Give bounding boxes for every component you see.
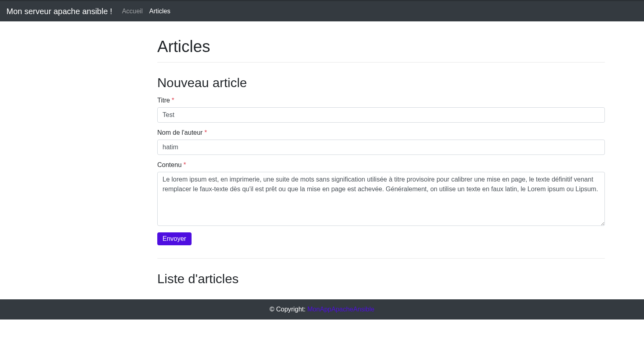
footer-copyright: © Copyright:	[270, 306, 308, 313]
navbar-brand: Mon serveur apache ansible !	[6, 5, 112, 18]
submit-button[interactable]: Envoyer	[157, 232, 192, 245]
label-titre: Titre *	[157, 97, 605, 104]
input-auteur[interactable]	[157, 140, 605, 155]
main-container: Articles Nouveau article Titre * Nom de …	[151, 38, 611, 286]
label-contenu: Contenu *	[157, 161, 605, 169]
nav-link-accueil[interactable]: Accueil	[119, 4, 146, 18]
label-auteur-text: Nom de l'auteur	[157, 129, 202, 136]
label-contenu-text: Contenu	[157, 161, 182, 168]
divider	[157, 62, 605, 63]
input-titre[interactable]	[157, 107, 605, 123]
navbar: Mon serveur apache ansible ! Accueil Art…	[0, 0, 644, 21]
page-title: Articles	[157, 38, 605, 56]
form-group-auteur: Nom de l'auteur *	[157, 129, 605, 155]
divider	[157, 258, 605, 259]
nav-link-articles[interactable]: Articles	[146, 4, 173, 18]
form-group-contenu: Contenu * Le lorem ipsum est, en imprime…	[157, 161, 605, 226]
footer: © Copyright: MonAppApacheAnsible	[0, 299, 644, 320]
required-mark: *	[172, 97, 174, 104]
footer-link[interactable]: MonAppApacheAnsible	[307, 306, 374, 313]
required-mark: *	[204, 129, 207, 136]
textarea-contenu[interactable]: Le lorem ipsum est, en imprimerie, une s…	[157, 172, 605, 226]
label-titre-text: Titre	[157, 97, 170, 104]
label-auteur: Nom de l'auteur *	[157, 129, 605, 136]
list-title: Liste d'articles	[157, 271, 605, 286]
form-title: Nouveau article	[157, 75, 605, 90]
form-group-titre: Titre *	[157, 97, 605, 123]
required-mark: *	[183, 161, 186, 168]
